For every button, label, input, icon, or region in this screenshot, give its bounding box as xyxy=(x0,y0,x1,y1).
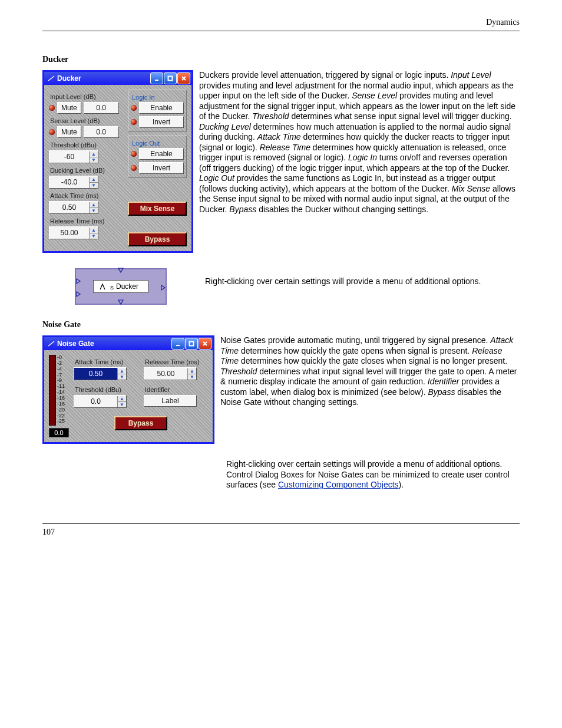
logic-out-enable-led xyxy=(131,151,137,157)
logic-in-title: Logic In xyxy=(132,94,184,101)
attack-time-value[interactable]: 0.50 xyxy=(49,202,89,213)
ng-attack-label: Attack Time (ms) xyxy=(75,358,138,365)
spin-up-icon[interactable]: ▲ xyxy=(118,396,126,402)
spin-down-icon[interactable]: ▼ xyxy=(90,157,98,163)
logic-in-enable-led xyxy=(131,105,137,111)
attack-time-spinner[interactable]: 0.50 ▲▼ xyxy=(49,201,98,214)
spin-down-icon[interactable]: ▼ xyxy=(90,183,98,188)
ducker-titlebar[interactable]: Ducker xyxy=(44,72,191,85)
ducking-level-spinner[interactable]: -40.0 ▲▼ xyxy=(49,176,98,189)
spin-up-icon[interactable]: ▲ xyxy=(118,368,126,374)
mix-sense-button[interactable]: Mix Sense xyxy=(128,202,187,216)
svg-marker-8 xyxy=(118,300,123,304)
port-logic-out xyxy=(117,299,124,306)
noise-gate-description: Noise Gates provide automatic muting, un… xyxy=(220,335,520,408)
dialog-icon xyxy=(48,75,55,82)
threshold-label: Threshold (dBu) xyxy=(50,141,122,149)
page-header: Dynamics xyxy=(0,0,562,31)
minimize-button[interactable] xyxy=(150,73,163,84)
close-button[interactable] xyxy=(199,338,211,350)
port-in-top xyxy=(75,278,82,285)
spin-up-icon[interactable]: ▲ xyxy=(188,368,196,374)
threshold-spinner[interactable]: -60 ▲▼ xyxy=(49,150,98,163)
ng-release-spinner[interactable]: 50.00 ▲▼ xyxy=(144,367,197,380)
logic-in-invert-led xyxy=(131,119,137,125)
logic-out-title: Logic Out xyxy=(132,140,184,147)
ducker-right-click-note: Right-clicking over certain settings wil… xyxy=(205,268,520,287)
ng-release-value[interactable]: 50.00 xyxy=(144,368,187,380)
gain-reduction-meter: -0-2-4-7-9-11-14-16-18-20-22-25 0.0 xyxy=(49,355,69,437)
ng-threshold-value[interactable]: 0.0 xyxy=(74,396,117,407)
release-time-spinner[interactable]: 50.00 ▲▼ xyxy=(49,226,98,239)
spin-down-icon[interactable]: ▼ xyxy=(118,402,126,407)
ducker-description: Duckers provide level attenuation, trigg… xyxy=(199,70,520,215)
port-logic-in xyxy=(117,267,124,274)
ducker-glyph-icon xyxy=(100,282,108,291)
input-mute-button[interactable]: Mute xyxy=(57,102,81,114)
logic-out-invert-button[interactable]: Invert xyxy=(139,162,184,174)
spin-up-icon[interactable]: ▲ xyxy=(90,177,98,183)
ng-identifier-label: Identifier xyxy=(145,386,208,393)
minimize-button[interactable] xyxy=(171,338,184,350)
logic-in-enable-button[interactable]: Enable xyxy=(139,102,184,114)
spin-down-icon[interactable]: ▼ xyxy=(90,208,98,213)
noise-gate-titlebar[interactable]: Noise Gate xyxy=(44,337,213,350)
meter-scale: -0-2-4-7-9-11-14-16-18-20-22-25 xyxy=(57,355,65,424)
input-level-value[interactable]: 0.0 xyxy=(84,102,119,114)
release-time-value[interactable]: 50.00 xyxy=(49,227,89,239)
sense-mute-button[interactable]: Mute xyxy=(57,126,81,138)
attack-time-label: Attack Time (ms) xyxy=(50,192,122,199)
ducking-level-value[interactable]: -40.0 xyxy=(49,176,89,188)
ng-attack-spinner[interactable]: 0.50 ▲▼ xyxy=(74,367,127,380)
noise-gate-title: Noise Gate xyxy=(57,340,94,348)
spin-up-icon[interactable]: ▲ xyxy=(90,202,98,208)
logic-out-enable-button[interactable]: Enable xyxy=(139,148,184,160)
sense-level-label: Sense Level (dB) xyxy=(50,117,122,124)
ducker-dialog: Ducker Input Level (dB) Mute 0.0 xyxy=(42,70,193,253)
logic-in-invert-button[interactable]: Invert xyxy=(139,116,184,128)
page-number: 107 xyxy=(0,524,562,555)
ng-threshold-spinner[interactable]: 0.0 ▲▼ xyxy=(74,395,127,408)
spin-up-icon[interactable]: ▲ xyxy=(90,228,98,233)
sense-mute-led xyxy=(49,129,55,135)
spin-down-icon[interactable]: ▼ xyxy=(90,233,98,239)
meter-tick: -4 xyxy=(57,367,65,372)
maximize-button[interactable] xyxy=(164,73,177,84)
port-in-bottom xyxy=(75,291,82,298)
sense-level-value[interactable]: 0.0 xyxy=(84,126,119,138)
svg-marker-7 xyxy=(118,268,123,272)
ducker-block-label: Ducker xyxy=(116,282,138,291)
noise-gate-dialog: Noise Gate -0-2-4-7-9-11-14-16-18-20-22-… xyxy=(42,335,214,444)
dialog-icon xyxy=(48,340,55,347)
meter-tick: -18 xyxy=(57,401,65,407)
ng-bypass-button[interactable]: Bypass xyxy=(114,416,168,430)
ducker-section-title: Ducker xyxy=(42,55,520,64)
ducker-block-icon[interactable]: S Ducker xyxy=(75,268,167,305)
ng-release-label: Release Time (ms) xyxy=(145,358,208,365)
threshold-value[interactable]: -60 xyxy=(49,151,89,163)
meter-tick: -25 xyxy=(57,419,65,424)
meter-tick: -20 xyxy=(57,407,65,413)
maximize-button[interactable] xyxy=(185,338,198,350)
close-button[interactable] xyxy=(177,73,190,84)
spin-up-icon[interactable]: ▲ xyxy=(90,151,98,157)
logic-out-invert-led xyxy=(131,165,137,171)
ng-attack-value[interactable]: 0.50 xyxy=(74,368,117,380)
meter-bar xyxy=(49,355,56,426)
port-out xyxy=(160,284,167,291)
svg-rect-1 xyxy=(168,77,173,81)
release-time-label: Release Time (ms) xyxy=(50,218,122,225)
meter-value: 0.0 xyxy=(49,428,69,437)
meter-tick: -2 xyxy=(57,361,65,366)
noise-gate-right-click-note: Right-clicking over certain settings wil… xyxy=(226,459,520,490)
svg-marker-4 xyxy=(77,279,80,284)
spin-down-icon[interactable]: ▼ xyxy=(188,374,196,380)
input-mute-led xyxy=(49,105,55,111)
customizing-link[interactable]: Customizing Component Objects xyxy=(278,480,399,489)
ng-threshold-label: Threshold (dBu) xyxy=(75,386,138,393)
spin-down-icon[interactable]: ▼ xyxy=(118,374,126,380)
input-level-label: Input Level (dB) xyxy=(50,93,122,100)
ng-identifier-input[interactable]: Label xyxy=(144,395,197,407)
logic-in-fieldset: Logic In Enable Invert xyxy=(128,90,187,132)
bypass-button[interactable]: Bypass xyxy=(128,232,187,246)
